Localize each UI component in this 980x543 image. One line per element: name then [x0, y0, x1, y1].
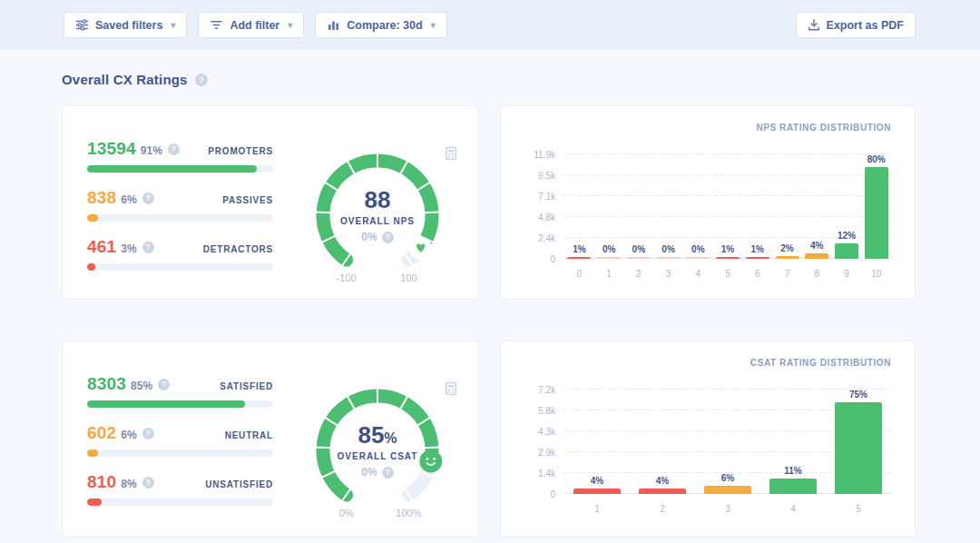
x-tick-label: 4: [760, 504, 826, 514]
help-icon[interactable]: ?: [142, 193, 154, 204]
x-tick-label: 10: [861, 269, 891, 279]
csat-distribution-card: CSAT RATING DISTRIBUTION 01.4k2.9k4.3k5.…: [500, 341, 916, 538]
bars-row: 4%4%6%11%75%: [564, 390, 891, 494]
main-content: Overall CX Ratings ? 1359491%?PROMOTERS8…: [0, 72, 980, 538]
stat-label: DETRACTORS: [203, 244, 273, 254]
bar-value-label: 4%: [656, 476, 669, 486]
add-filter-button[interactable]: Add filter ▾: [198, 12, 304, 38]
plot-area: 4%4%6%11%75%12345: [564, 390, 891, 494]
calculator-icon[interactable]: [444, 146, 458, 161]
bar-slot: 0%: [594, 154, 624, 259]
y-axis: 01.4k2.9k4.3k5.8k7.2k: [523, 390, 555, 494]
bar-value-label: 80%: [867, 154, 886, 164]
bar[interactable]: [805, 253, 828, 259]
bar-value-label: 6%: [721, 473, 734, 483]
bar-slot: 12%: [832, 154, 862, 259]
help-icon[interactable]: ?: [195, 74, 208, 86]
y-tick-label: 1.4k: [538, 469, 555, 479]
help-icon[interactable]: ?: [142, 242, 154, 253]
nps-summary-card: 1359491%?PROMOTERS8386%?PASSIVES4613%?DE…: [62, 105, 479, 300]
stat-label: UNSATISFIED: [205, 479, 273, 489]
bar[interactable]: [776, 256, 799, 259]
y-tick-label: 7.2k: [538, 385, 555, 395]
toolbar-left: Saved filters ▾ Add filter ▾ Compare: 30…: [64, 12, 447, 38]
bar[interactable]: [716, 257, 740, 259]
bar-slot: 75%: [826, 390, 891, 494]
bar[interactable]: [573, 489, 621, 494]
stat-percent: 6%: [121, 429, 136, 441]
x-tick-label: 2: [630, 504, 695, 514]
gauge-min-label: -100: [337, 272, 357, 283]
nps-gauge: ♥ -100 100 88 OVERALL NPS 0%?: [300, 143, 455, 290]
x-tick-label: 6: [742, 269, 772, 279]
bar[interactable]: [657, 257, 681, 259]
stat-count: 602: [87, 423, 116, 443]
bar[interactable]: [597, 257, 621, 259]
stat-row: 8108%?UNSATISFIED: [87, 472, 273, 506]
y-tick-label: 2.9k: [538, 448, 555, 458]
stat-count: 8303: [87, 374, 126, 394]
bar-value-label: 12%: [838, 231, 856, 241]
y-tick-label: 11.9k: [534, 150, 555, 160]
y-tick-label: 0: [550, 254, 555, 264]
compare-label: Compare: 30d: [347, 19, 422, 32]
csat-gauge: 0% 100% 85% OVERALL CSAT 0%?: [300, 378, 455, 525]
bar[interactable]: [704, 486, 751, 494]
bar[interactable]: [835, 402, 882, 494]
stat-row-header: 4613%?DETRACTORS: [87, 237, 273, 257]
help-icon[interactable]: ?: [142, 428, 154, 439]
compare-button[interactable]: Compare: 30d ▾: [315, 12, 446, 38]
bar[interactable]: [835, 243, 858, 259]
chevron-down-icon: ▾: [171, 20, 175, 30]
bar-slot: 1%: [713, 154, 743, 259]
calculator-icon[interactable]: [444, 381, 458, 396]
bar-value-label: 0%: [603, 244, 615, 254]
stat-count: 838: [87, 188, 116, 208]
bar-slot: 2%: [772, 154, 802, 259]
plot-area: 1%0%0%0%0%1%1%2%4%12%80%012345678910: [564, 154, 891, 259]
chevron-down-icon: ▾: [431, 20, 436, 30]
help-icon[interactable]: ?: [382, 467, 394, 479]
stat-count: 461: [87, 237, 116, 257]
progress-track: [87, 449, 273, 457]
bar[interactable]: [686, 257, 710, 259]
gauge-min-label: 0%: [339, 508, 354, 518]
bar-value-label: 1%: [751, 244, 764, 254]
y-tick-label: 2.4k: [538, 233, 555, 243]
bar-slot: 4%: [564, 390, 630, 494]
progress-fill: [87, 165, 257, 173]
progress-fill: [87, 449, 98, 457]
bar-slot: 0%: [653, 154, 683, 259]
stat-row: 830385%?SATISFIED: [87, 374, 273, 408]
bar[interactable]: [769, 479, 817, 494]
stat-row: 4613%?DETRACTORS: [87, 237, 273, 271]
export-pdf-label: Export as PDF: [827, 19, 904, 32]
bar[interactable]: [567, 257, 591, 259]
stat-label: SATISFIED: [220, 381, 273, 391]
saved-filters-button[interactable]: Saved filters ▾: [64, 12, 187, 38]
csat-summary-card: 830385%?SATISFIED6026%?NEUTRAL8108%?UNSA…: [62, 341, 479, 538]
chart-title: CSAT RATING DISTRIBUTION: [523, 358, 891, 368]
gauge-delta: 0%?: [300, 231, 455, 243]
nps-distribution-card: NPS RATING DISTRIBUTION 02.4k4.8k7.1k9.5…: [500, 105, 916, 300]
y-tick-label: 7.1k: [538, 192, 555, 202]
bar[interactable]: [639, 489, 686, 494]
bar-value-label: 0%: [691, 244, 704, 254]
help-icon[interactable]: ?: [142, 477, 154, 489]
bar[interactable]: [865, 167, 888, 259]
bar-slot: 0%: [623, 154, 653, 259]
x-tick-label: 1: [594, 269, 624, 279]
help-icon[interactable]: ?: [382, 232, 394, 243]
export-pdf-button[interactable]: Export as PDF: [796, 12, 916, 38]
bar[interactable]: [746, 257, 769, 259]
stat-label: PROMOTERS: [208, 146, 273, 156]
chevron-down-icon: ▾: [288, 20, 292, 30]
bar[interactable]: [627, 257, 651, 259]
help-icon[interactable]: ?: [158, 379, 170, 390]
bar-value-label: 2%: [780, 243, 793, 253]
x-tick-label: 4: [683, 269, 713, 279]
help-icon[interactable]: ?: [168, 143, 180, 155]
gauge-delta: 0%?: [300, 466, 455, 479]
stat-label: NEUTRAL: [225, 430, 273, 440]
progress-fill: [87, 263, 95, 271]
